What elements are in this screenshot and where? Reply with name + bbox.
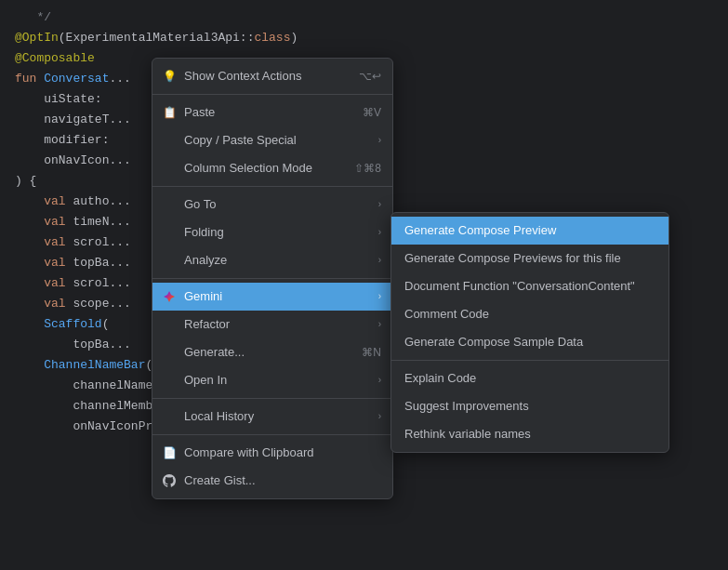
menu-separator [152,398,392,399]
menu-item-create-gist[interactable]: Create Gist... [152,467,392,495]
menu-separator [152,94,392,95]
menu-item-go-to[interactable]: Go To › [152,191,392,219]
submenu-item-generate-compose-preview[interactable]: Generate Compose Preview [391,217,668,245]
submenu-item-explain-code[interactable]: Explain Code [391,365,668,392]
menu-separator [152,434,392,435]
submenu-arrow: › [378,286,381,307]
bulb-icon: 💡 [162,69,177,84]
submenu-arrow: › [378,194,381,215]
compare-icon: 📄 [162,445,177,460]
menu-item-generate[interactable]: Generate... ⌘N [152,338,392,366]
menu-item-compare-clipboard[interactable]: 📄 Compare with Clipboard [152,439,392,467]
svg-marker-0 [164,291,175,302]
menu-item-column-selection[interactable]: Column Selection Mode ⇧⌘8 [152,154,392,182]
menu-item-open-in[interactable]: Open In › [152,366,392,394]
menu-separator [152,278,392,279]
submenu-arrow: › [378,314,381,335]
code-line: @OptIn(ExperimentalMaterial3Api::class) [15,28,713,48]
menu-item-analyze[interactable]: Analyze › [152,246,392,274]
code-line: */ [15,7,713,28]
paste-icon: 📋 [162,105,177,120]
empty-icon [162,133,177,148]
empty-icon [162,345,177,360]
menu-item-paste[interactable]: 📋 Paste ⌘V [152,99,392,126]
submenu-item-rethink-variable[interactable]: Rethink variable names [391,420,668,448]
menu-item-local-history[interactable]: Local History › [152,403,392,431]
submenu-separator [391,360,668,361]
empty-icon [162,409,177,424]
submenu-arrow: › [378,406,381,427]
empty-icon [162,225,177,240]
menu-item-gemini[interactable]: Gemini › [152,283,392,311]
menu-item-copy-paste-special[interactable]: Copy / Paste Special › [152,126,392,154]
gemini-icon [162,289,177,304]
menu-separator [152,186,392,187]
github-icon [162,473,177,488]
menu-item-show-context-actions[interactable]: 💡 Show Context Actions ⌥↩ [152,62,392,90]
submenu-item-suggest-improvements[interactable]: Suggest Improvements [391,392,668,420]
menu-item-folding[interactable]: Folding › [152,219,392,246]
gemini-submenu: Generate Compose Preview Generate Compos… [390,212,669,453]
empty-icon [162,253,177,268]
submenu-arrow: › [378,222,381,243]
submenu-arrow: › [378,130,381,151]
empty-icon [162,197,177,212]
empty-icon [162,317,177,332]
context-menu: 💡 Show Context Actions ⌥↩ 📋 Paste ⌘V Cop… [152,58,393,499]
submenu-arrow: › [378,250,381,271]
empty-icon [162,373,177,388]
menu-item-refactor[interactable]: Refactor › [152,311,392,338]
submenu-item-document-function[interactable]: Document Function "ConversationContent" [391,272,668,300]
submenu-item-generate-compose-sample[interactable]: Generate Compose Sample Data [391,328,668,356]
empty-icon [162,161,177,176]
submenu-item-generate-compose-previews-file[interactable]: Generate Compose Previews for this file [391,245,668,272]
submenu-arrow: › [378,370,381,391]
submenu-item-comment-code[interactable]: Comment Code [391,300,668,328]
